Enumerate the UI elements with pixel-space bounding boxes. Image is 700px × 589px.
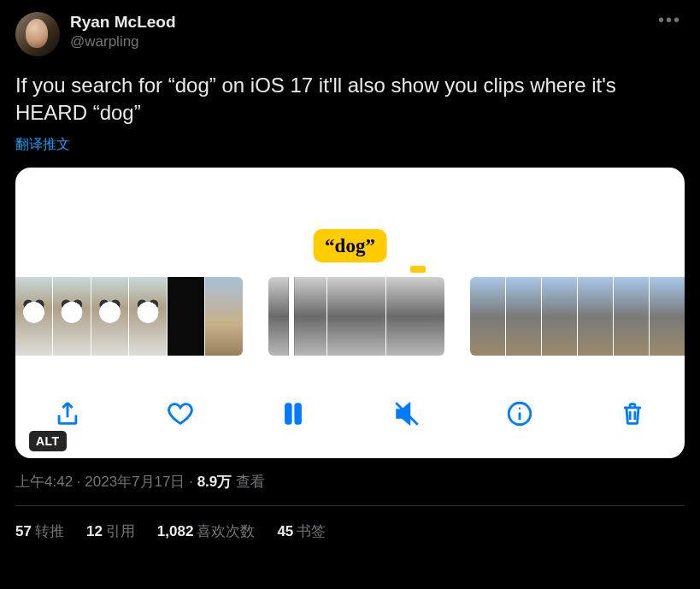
svg-rect-1: [296, 403, 301, 423]
svg-rect-0: [286, 403, 291, 423]
favorite-button[interactable]: [166, 399, 195, 428]
more-options-button[interactable]: •••: [658, 10, 681, 30]
delete-button[interactable]: [618, 399, 647, 428]
share-button[interactable]: [53, 399, 82, 428]
speaker-mute-icon: [392, 399, 421, 428]
author-handle[interactable]: @warpling: [70, 32, 176, 50]
trash-icon: [618, 399, 647, 428]
likes-stat[interactable]: 1,082喜欢次数: [157, 521, 256, 541]
info-button[interactable]: [505, 399, 534, 428]
views-count: 8.9万: [197, 474, 232, 490]
tweet-text: If you search for “dog” on iOS 17 it'll …: [15, 72, 685, 127]
share-icon: [53, 399, 82, 428]
views-label: 查看: [232, 474, 265, 490]
tweet-time[interactable]: 上午4:42: [15, 474, 73, 490]
translate-link[interactable]: 翻译推文: [15, 136, 685, 154]
media-toolbar: [15, 393, 685, 434]
pause-icon: [279, 399, 308, 428]
pause-button[interactable]: [279, 399, 308, 428]
heart-icon: [166, 399, 195, 428]
bookmarks-stat[interactable]: 45书签: [277, 521, 326, 541]
engagement-stats: 57转推 12引用 1,082喜欢次数 45书签: [15, 506, 685, 541]
search-term-tooltip: “dog”: [313, 229, 387, 262]
avatar[interactable]: [15, 12, 60, 56]
tweet-header: Ryan McLeod @warpling •••: [15, 12, 685, 56]
author-names: Ryan McLeod @warpling: [70, 12, 176, 50]
tweet-container: Ryan McLeod @warpling ••• If you search …: [0, 0, 700, 541]
quotes-stat[interactable]: 12引用: [86, 521, 135, 541]
mute-button[interactable]: [392, 399, 421, 428]
playhead-marker: [410, 266, 426, 273]
clip-thumbnail-group[interactable]: [470, 277, 685, 356]
tweet-date[interactable]: 2023年7月17日: [85, 474, 185, 490]
tweet-meta: 上午4:42 · 2023年7月17日 · 8.9万 查看: [15, 472, 685, 492]
svg-point-5: [519, 407, 521, 409]
author-display-name[interactable]: Ryan McLeod: [70, 12, 176, 32]
info-icon: [505, 399, 534, 428]
alt-badge[interactable]: ALT: [29, 431, 67, 451]
clip-thumbnail-group[interactable]: [268, 277, 445, 356]
playhead[interactable]: [289, 277, 294, 356]
clip-thumbnail-group[interactable]: [15, 277, 243, 356]
video-scrubber-strip[interactable]: [15, 277, 685, 356]
media-card[interactable]: “dog”: [15, 168, 685, 458]
retweets-stat[interactable]: 57转推: [15, 521, 64, 541]
